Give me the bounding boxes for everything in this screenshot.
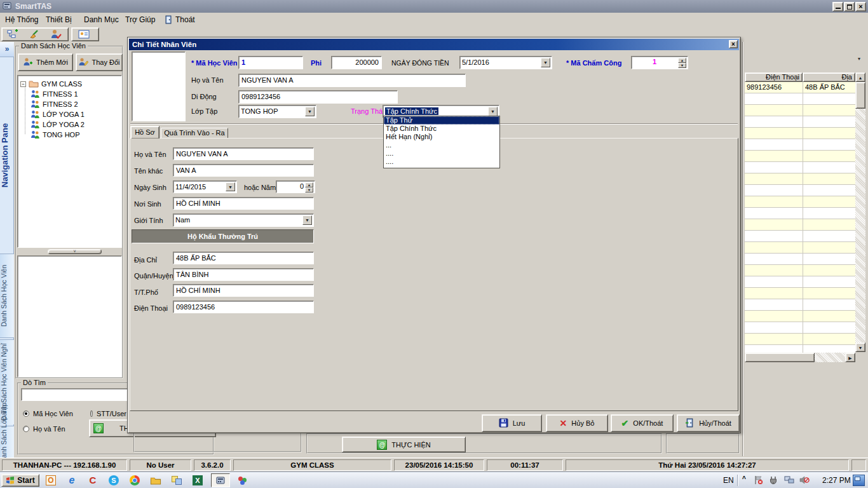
spin-up-icon[interactable]: ▲	[305, 182, 313, 187]
restore-button[interactable]	[844, 2, 855, 11]
dropdown-option-4[interactable]: ....	[384, 149, 499, 158]
taskbar-paint-icon[interactable]	[234, 474, 252, 487]
table-cell-address[interactable]: 48B ẤP BẮC	[805, 83, 854, 91]
radio-stt-user[interactable]: STT/User	[90, 410, 126, 417]
menu-tro-giup[interactable]: Trợ Giúp	[125, 15, 155, 24]
class-combo[interactable]: TONG HOP ▼	[238, 105, 316, 118]
taskbar-outlook-icon[interactable]: O	[42, 474, 60, 487]
spin-down-icon[interactable]: ▼	[678, 63, 686, 68]
table-header-phone[interactable]: Điện Thoại	[745, 72, 803, 82]
toolbar-id-card-button[interactable]	[75, 28, 93, 41]
save-button[interactable]: Lưu	[482, 414, 542, 432]
toolbar-user-verify-button[interactable]	[47, 28, 65, 41]
payment-date-combo[interactable]: 5/1/2016 ▼	[459, 56, 552, 69]
vscroll-down-button[interactable]: ▼	[855, 342, 865, 352]
tree-item-tonghop[interactable]: TONG HOP	[31, 130, 79, 140]
year-spinner-input[interactable]: 0 ▲▼	[276, 180, 315, 193]
table-vscrollbar[interactable]	[855, 72, 865, 352]
form-address-input[interactable]: 48B ẤP BẮC	[173, 252, 314, 264]
dropdown-option-5[interactable]: ....	[384, 158, 499, 166]
taskbar-internet-explorer-icon[interactable]: e	[63, 474, 81, 487]
mobile-input[interactable]: 0989123456	[238, 90, 398, 104]
right-panel-combo-arrow[interactable]: ▾	[858, 56, 860, 62]
combo-arrow-icon[interactable]: ▼	[226, 182, 235, 191]
tree-item-fitness1[interactable]: FITNESS 1	[31, 89, 78, 99]
toolbar-org-tree-add-button[interactable]	[4, 28, 22, 41]
hscroll-right-button[interactable]: ▶	[845, 353, 855, 362]
form-district-input[interactable]: TÂN BÌNH	[173, 268, 314, 281]
form-fullname-input[interactable]: NGUYEN VAN A	[173, 147, 314, 160]
combo-arrow-icon[interactable]: ▼	[302, 215, 312, 225]
menu-thoat[interactable]: Thoát	[175, 15, 195, 24]
radio-ma-hoc-vien[interactable]: Mã Học Viên	[23, 410, 73, 417]
dialog-close-button[interactable]: ×	[729, 40, 738, 48]
ok-exit-button[interactable]: ✔ OK/Thoát	[611, 414, 674, 432]
taskbar-smarttas-button[interactable]	[211, 473, 230, 487]
menu-danh-muc[interactable]: Danh Mục	[84, 15, 119, 24]
table-cell-phone[interactable]: 989123456	[747, 83, 801, 91]
dropdown-option-3[interactable]: ...	[384, 141, 499, 149]
taskbar-excel-icon[interactable]: X	[189, 474, 207, 487]
combo-arrow-icon[interactable]: ▼	[305, 107, 315, 116]
taskbar-ccleaner-icon[interactable]: C	[84, 474, 102, 487]
form-birthplace-input[interactable]: HỒ CHÍ MINH	[173, 197, 314, 210]
nav-collapse-button[interactable]: »	[0, 42, 14, 57]
dropdown-option-0[interactable]: Tập Thử	[384, 116, 499, 125]
tree-root-row[interactable]: − GYM CLASS	[20, 79, 82, 89]
execute-button[interactable]: @ THỰC HIỆN	[342, 437, 466, 452]
tab-ho-so[interactable]: Hồ Sơ	[130, 126, 159, 139]
member-id-input[interactable]: 1	[238, 56, 303, 69]
tab-qua-trinh[interactable]: Quá Trình Vào - Ra	[161, 128, 228, 139]
class-tree[interactable]: − GYM CLASS FITNESS 1 FITNESS 2 LỚP YOGA…	[17, 75, 122, 248]
show-desktop-button[interactable]	[853, 475, 865, 486]
fullname-input[interactable]: NGUYEN VAN A	[238, 74, 466, 87]
fee-input[interactable]: 200000	[331, 56, 382, 69]
form-city-input[interactable]: HỒ CHÍ MINH	[173, 284, 314, 297]
change-button[interactable]: Thay Đổi	[76, 53, 123, 71]
table-body[interactable]	[745, 82, 855, 353]
dropdown-option-2[interactable]: Hết Hạn (Nghỉ)	[384, 133, 499, 141]
tree-item-fitness2[interactable]: FITNESS 2	[31, 99, 78, 109]
splitter-handle[interactable]: ˅	[48, 249, 102, 254]
gender-combo[interactable]: Nam ▼	[173, 214, 314, 227]
spin-up-icon[interactable]: ▲	[678, 58, 686, 63]
spin-down-icon[interactable]: ▼	[305, 187, 313, 193]
taskbar-skype-icon[interactable]: S	[105, 474, 123, 487]
tree-expander-icon[interactable]: −	[20, 81, 26, 87]
taskbar-sticky-notes-icon[interactable]	[168, 474, 186, 487]
spinner[interactable]: ▲▼	[305, 182, 313, 191]
form-phone-input[interactable]: 0989123456	[173, 301, 314, 313]
status-dropdown-list[interactable]: Tập Thử Tập Chính Thức Hết Hạn (Nghỉ) ..…	[383, 116, 500, 168]
tray-language-indicator[interactable]: EN	[723, 476, 734, 485]
tray-volume-muted-icon[interactable]	[799, 475, 810, 486]
tray-chevron-icon[interactable]: ^	[742, 475, 746, 482]
tray-flag-alert-icon[interactable]	[754, 475, 763, 486]
tree-item-yoga1[interactable]: LỚP YOGA 1	[31, 109, 85, 119]
nav-tab-hoc-vien[interactable]: Danh Sách Học Viên	[0, 254, 14, 338]
cancel-button[interactable]: ✕ Hủy Bỏ	[546, 414, 608, 432]
cancel-exit-button[interactable]: Hủy/Thoát	[677, 414, 740, 432]
minimize-button[interactable]	[832, 2, 843, 11]
vscroll-thumb[interactable]	[855, 82, 865, 109]
vscroll-up-button[interactable]: ▲	[855, 72, 865, 82]
menu-thiet-bi[interactable]: Thiết Bị	[46, 15, 72, 24]
hscroll-thumb[interactable]	[745, 353, 815, 362]
dropdown-option-1[interactable]: Tập Chính Thức	[384, 125, 499, 133]
taskbar-chrome-icon[interactable]	[126, 474, 144, 487]
tray-network-icon[interactable]	[784, 475, 794, 486]
combo-arrow-icon[interactable]: ▼	[488, 107, 498, 116]
taskbar-folder-icon[interactable]	[147, 474, 165, 487]
toolbar-clean-broom-button[interactable]	[25, 28, 43, 41]
add-new-button[interactable]: Thêm Mới	[18, 53, 73, 71]
birthdate-combo[interactable]: 11/4/2015 ▼	[173, 180, 237, 193]
secondary-list-box[interactable]	[17, 255, 122, 377]
menu-he-thong[interactable]: Hệ Thống	[5, 15, 38, 24]
combo-arrow-icon[interactable]: ▼	[541, 58, 550, 67]
tray-power-plug-icon[interactable]	[769, 475, 778, 486]
tray-clock[interactable]: 2:27 PM	[822, 476, 851, 485]
close-button[interactable]: ×	[855, 2, 866, 11]
radio-ho-va-ten[interactable]: Họ và Tên	[23, 425, 65, 433]
spinner[interactable]: ▲▼	[678, 58, 686, 67]
attendance-id-input[interactable]: 1 ▲▼	[631, 56, 688, 69]
form-altname-input[interactable]: VAN A	[173, 164, 314, 177]
